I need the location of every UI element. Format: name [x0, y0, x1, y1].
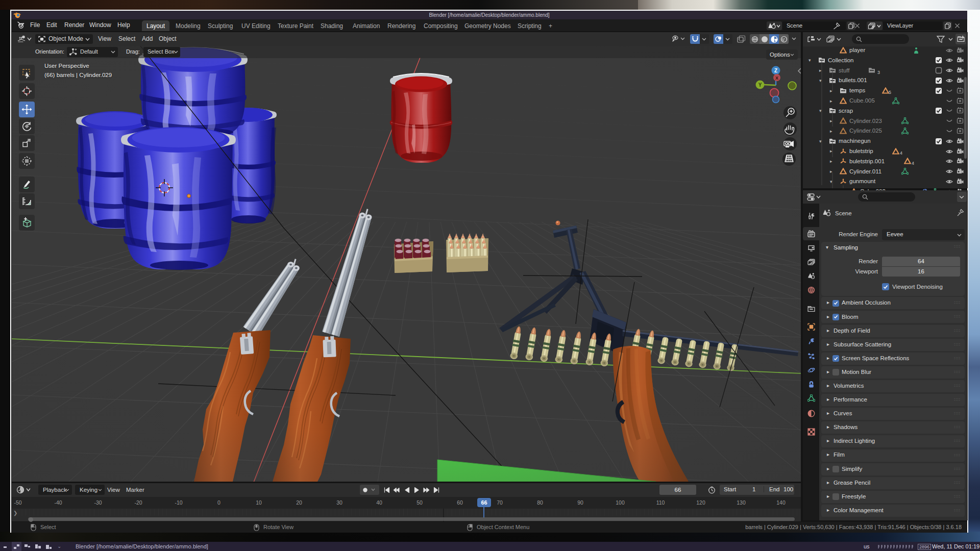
svg-text:Z: Z: [774, 68, 777, 73]
svg-text:X: X: [775, 76, 778, 81]
svg-text:Y: Y: [758, 82, 762, 88]
